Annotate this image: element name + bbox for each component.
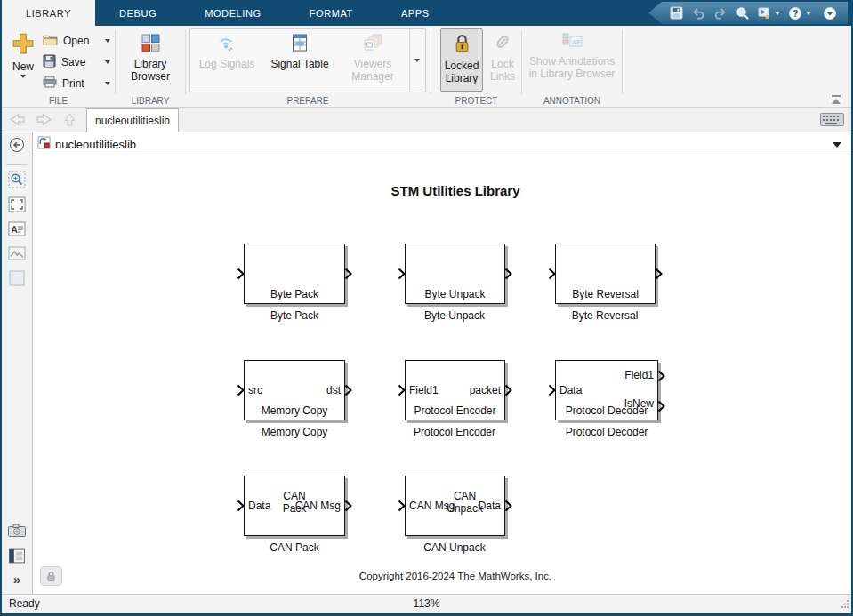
show-annotations-button[interactable]: AE Show Annotations in Library Browser <box>524 28 620 80</box>
input-port-icon <box>398 500 406 512</box>
tab-modeling[interactable]: MODELING <box>181 0 285 26</box>
chevron-down-icon[interactable] <box>20 75 26 78</box>
tab-format[interactable]: FORMAT <box>286 0 377 26</box>
chevron-down-icon <box>414 59 420 62</box>
new-button[interactable]: New <box>5 28 41 78</box>
section-label-protect: PROTECT <box>431 96 521 106</box>
undo-icon[interactable] <box>691 6 705 20</box>
block-can-pack[interactable]: Data CAN Pack CAN Msg <box>244 476 345 536</box>
new-plus-icon <box>12 32 35 59</box>
block-protocol-decoder[interactable]: Data Field1 IsNew Protocol Decoder <box>555 360 658 420</box>
tab-debug[interactable]: DEBUG <box>95 0 181 26</box>
block-byte-pack[interactable]: Byte Pack <box>244 244 345 304</box>
lock-links-button[interactable]: Lock Links <box>487 28 519 83</box>
signal-table-button[interactable]: Signal Table <box>263 29 336 92</box>
input-port-icon <box>398 384 406 396</box>
ribbon-section-file: New Open Save Print FILE <box>2 26 115 107</box>
signal-table-icon <box>291 34 309 55</box>
chevron-down-icon[interactable] <box>105 82 110 85</box>
breadcrumb-dropdown-caret[interactable] <box>833 142 841 148</box>
tab-apps[interactable]: APPS <box>377 0 454 26</box>
block-caption: Byte Unpack <box>424 309 485 322</box>
input-port-icon <box>237 384 245 396</box>
sidebar-divider <box>6 164 28 165</box>
zoom-selection-tool[interactable] <box>8 171 26 192</box>
open-label: Open <box>63 35 89 47</box>
block-byte-unpack[interactable]: Byte Unpack <box>405 244 505 304</box>
signal-table-label: Signal Table <box>269 58 331 70</box>
save-label: Save <box>61 56 85 68</box>
ribbon-section-annotation: AE Show Annotations in Library Browser A… <box>522 26 622 107</box>
viewers-manager-icon <box>364 34 382 55</box>
model-browser-tool[interactable] <box>9 548 26 567</box>
save-icon[interactable] <box>670 6 683 20</box>
locked-library-label: Locked Library <box>441 60 482 84</box>
section-label-prepare: PREPARE <box>186 96 430 106</box>
open-button[interactable]: Open <box>43 31 110 51</box>
block-inner-label: Byte Reversal <box>556 288 655 300</box>
status-bar: Ready 113% <box>2 594 851 612</box>
new-label: New <box>12 60 34 73</box>
back-button[interactable] <box>9 112 26 131</box>
library-browser-label: Library Browser <box>125 58 175 83</box>
block-inner-label: Byte Pack <box>245 288 344 300</box>
output-port-icon <box>504 384 512 396</box>
output-port-icon <box>657 370 665 382</box>
library-canvas[interactable]: STM Utilities Library Byte Pack Byte Pac… <box>33 156 851 594</box>
resize-grip[interactable] <box>841 598 849 611</box>
tab-library[interactable]: LIBRARY <box>2 0 95 26</box>
up-to-parent-button[interactable] <box>62 112 77 131</box>
minimize-toolstrip-icon[interactable] <box>823 6 837 20</box>
help-icon[interactable]: ? <box>788 6 811 20</box>
save-button[interactable]: Save <box>43 52 110 72</box>
library-browser-button[interactable]: Library Browser <box>122 29 179 83</box>
prepare-group: Log Signals Signal Table Viewers Manager <box>189 28 426 92</box>
annotation-tool[interactable]: A <box>8 221 26 240</box>
block-inner-label: Protocol Decoder <box>556 404 657 417</box>
section-divider <box>622 30 623 94</box>
chevron-down-icon[interactable] <box>806 12 811 15</box>
block-caption: Byte Pack <box>270 309 318 322</box>
section-label-file: FILE <box>2 96 115 106</box>
block-inner-label: Byte Unpack <box>406 288 504 300</box>
fit-to-view-tool[interactable] <box>8 196 26 216</box>
block-caption: CAN Unpack <box>423 541 485 554</box>
quick-access-toolbar: ? <box>648 2 848 24</box>
block-memory-copy[interactable]: src dst Memory Copy <box>244 360 345 420</box>
layout-icon[interactable] <box>758 6 780 20</box>
prepare-gallery-expand-button[interactable] <box>409 29 424 92</box>
viewers-manager-button[interactable]: Viewers Manager <box>336 29 409 92</box>
block-caption: Memory Copy <box>262 426 328 438</box>
canvas-lock-badge[interactable] <box>40 566 62 586</box>
breadcrumb-path[interactable]: nucleoutilitieslib <box>55 138 136 151</box>
forward-button[interactable] <box>36 112 52 131</box>
locked-library-button[interactable]: Locked Library <box>440 28 483 92</box>
input-port-icon <box>548 384 556 396</box>
chevron-down-icon[interactable] <box>105 39 110 43</box>
search-icon[interactable] <box>736 6 750 20</box>
expand-sidebar-button[interactable]: » <box>13 572 20 587</box>
block-protocol-encoder[interactable]: Field1 packet Protocol Encoder <box>405 360 505 420</box>
collapse-ribbon-button[interactable] <box>830 92 844 103</box>
hide-explorer-bar-button[interactable] <box>9 137 25 156</box>
port-label-out: CAN Msg <box>295 500 341 512</box>
log-signals-button[interactable]: Log Signals <box>190 29 263 92</box>
chevron-down-icon[interactable] <box>775 12 780 15</box>
breadcrumb[interactable]: nucleoutilitieslib <box>33 132 851 156</box>
copyright-text: Copyright 2016-2024 The MathWorks, Inc. <box>359 571 551 581</box>
port-label-in: src <box>248 384 262 396</box>
block-can-unpack[interactable]: CAN Msg CAN Unpack Data <box>405 476 505 536</box>
image-tool[interactable] <box>8 246 26 264</box>
ae-glyph: AE <box>572 38 582 46</box>
redo-icon[interactable] <box>713 6 728 20</box>
block-inner-label: Memory Copy <box>245 404 344 417</box>
screenshot-camera-tool[interactable] <box>8 524 27 540</box>
area-box-tool[interactable] <box>9 270 25 290</box>
keyboard-icon[interactable] <box>820 113 844 130</box>
output-port-icon <box>344 500 352 512</box>
block-byte-reversal[interactable]: Byte Reversal <box>555 244 656 304</box>
print-button[interactable]: Print <box>43 74 110 93</box>
port-label-in: Field1 <box>409 384 439 396</box>
chevron-down-icon[interactable] <box>105 60 110 64</box>
document-tab-nucleoutilitieslib[interactable]: nucleoutilitieslib <box>86 108 179 132</box>
